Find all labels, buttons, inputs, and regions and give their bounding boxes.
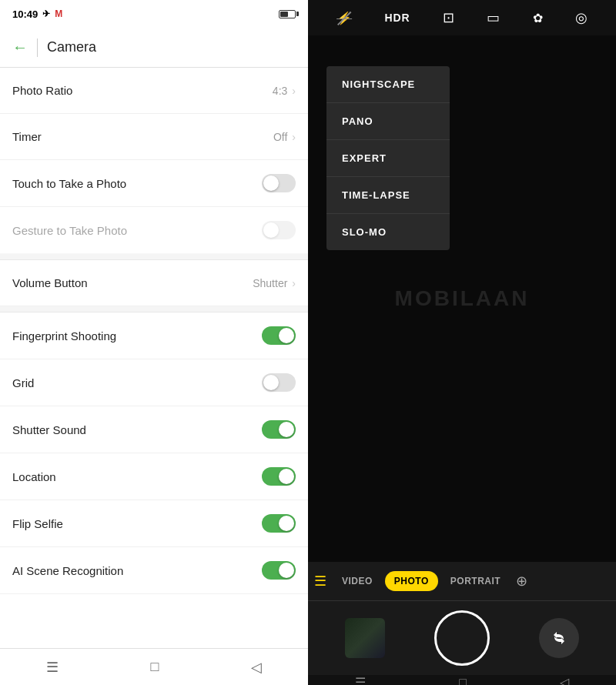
camera-top-icons: ⚡ HDR ⊡ ▭ ✿ ◎ [308,0,616,35]
status-right [279,10,296,18]
setting-touch-photo[interactable]: Touch to Take a Photo [0,160,308,207]
flip-selfie-toggle[interactable] [262,514,296,533]
gesture-photo-toggle[interactable] [262,221,296,239]
grid-toggle[interactable] [262,373,296,392]
flip-camera-button[interactable] [539,618,579,658]
camera-controls [308,601,616,675]
gmail-icon: M [55,8,62,19]
setting-volume-button[interactable]: Volume Button Shutter › [0,260,308,306]
touch-photo-label: Touch to Take a Photo [12,177,126,190]
setting-fingerprint[interactable]: Fingerprint Shooting [0,312,308,359]
mode-time-lapse[interactable]: TIME-LAPSE [326,177,450,214]
flash-icon[interactable]: ⚡ [336,11,352,25]
section-divider-1 [0,254,308,260]
page-title: Camera [47,39,96,55]
chevron-icon: › [292,85,296,97]
touch-photo-toggle[interactable] [262,174,296,192]
chevron-icon: › [292,131,296,143]
mode-dropdown: NIGHTSCAPE PANO EXPERT TIME-LAPSE SLO-MO [326,66,450,250]
camera-bottom: ☰ VIDEO PHOTO PORTRAIT ⊕ ☰ □ ◁ [308,562,616,685]
shutter-sound-toggle[interactable] [262,420,296,439]
volume-button-label: Volume Button [12,276,88,289]
flip-camera-icon [550,629,568,647]
setting-grid[interactable]: Grid [0,359,308,406]
camera-mode-tabs: ☰ VIDEO PHOTO PORTRAIT ⊕ [308,562,616,601]
section-divider-2 [0,306,308,312]
mode-expert[interactable]: EXPERT [326,140,450,177]
home-nav-button[interactable]: □ [151,659,159,675]
tab-video[interactable]: VIDEO [333,571,382,591]
back-button[interactable]: ← [12,38,28,56]
setting-shutter-sound[interactable]: Shutter Sound [0,406,308,453]
setting-ai-scene[interactable]: AI Scene Recognition [0,547,308,594]
camera-panel: ⚡ HDR ⊡ ▭ ✿ ◎ MOBILAAN NIGHTSCAPE PANO E… [308,0,616,685]
mode-slo-mo[interactable]: SLO-MO [326,214,450,250]
shutter-button[interactable] [434,610,490,666]
camera-menu-icon[interactable]: ☰ [314,573,326,590]
camera-bottom-nav: ☰ □ ◁ [308,675,616,685]
settings-icon[interactable]: ◎ [575,9,588,26]
timer-value: Off › [273,131,296,143]
shutter-sound-label: Shutter Sound [12,423,86,436]
timer-label: Timer [12,130,42,143]
gesture-photo-label: Gesture to Take Photo [12,224,127,237]
setting-timer[interactable]: Timer Off › [0,114,308,160]
time-display: 10:49 [12,8,38,20]
grid-label: Grid [12,376,34,389]
network-icon[interactable]: ✿ [533,11,543,25]
status-bar: 10:49 ✈ M [0,0,308,28]
location-toggle[interactable] [262,467,296,486]
ai-scene-toggle[interactable] [262,561,296,580]
photo-ratio-value: 4:3 › [273,85,296,97]
setting-photo-ratio[interactable]: Photo Ratio 4:3 › [0,68,308,114]
settings-list: Photo Ratio 4:3 › Timer Off › Touch to T… [0,68,308,648]
menu-nav-button[interactable]: ☰ [46,659,59,676]
mode-pano[interactable]: PANO [326,103,450,140]
back-nav-button[interactable]: ◁ [251,659,262,676]
setting-flip-selfie[interactable]: Flip Selfie [0,500,308,547]
chevron-icon: › [292,277,296,289]
airplane-icon: ✈ [42,8,50,19]
tab-portrait[interactable]: PORTRAIT [441,571,510,591]
extra-modes-icon[interactable]: ⊕ [516,573,527,590]
gallery-thumbnail[interactable] [345,618,385,658]
watermark: MOBILAAN [395,286,530,311]
photo-ratio-label: Photo Ratio [12,84,72,97]
cam-menu-nav[interactable]: ☰ [355,675,366,685]
volume-button-value: Shutter › [253,277,296,289]
tab-photo[interactable]: PHOTO [385,571,438,591]
location-label: Location [12,470,56,483]
ratio-icon[interactable]: ▭ [487,9,500,26]
fingerprint-label: Fingerprint Shooting [12,329,116,342]
cam-home-nav[interactable]: □ [459,676,467,686]
setting-gesture-photo[interactable]: Gesture to Take Photo [0,207,308,254]
hdr-button[interactable]: HDR [384,12,410,24]
battery-icon [279,10,296,18]
wideangle-icon[interactable]: ⊡ [443,9,454,26]
status-left: 10:49 ✈ M [12,8,62,20]
fingerprint-toggle[interactable] [262,326,296,345]
cam-back-nav[interactable]: ◁ [560,675,569,685]
camera-viewfinder: MOBILAAN NIGHTSCAPE PANO EXPERT TIME-LAP… [308,35,616,562]
bottom-navigation: ☰ □ ◁ [0,648,308,685]
toolbar-divider [37,38,38,57]
flip-selfie-label: Flip Selfie [12,517,63,530]
toolbar: ← Camera [0,28,308,68]
thumbnail-preview [345,618,385,658]
setting-location[interactable]: Location [0,453,308,500]
ai-scene-label: AI Scene Recognition [12,564,123,577]
settings-panel: 10:49 ✈ M ← Camera Photo Ratio 4:3 › Tim… [0,0,308,685]
mode-nightscape[interactable]: NIGHTSCAPE [326,66,450,103]
